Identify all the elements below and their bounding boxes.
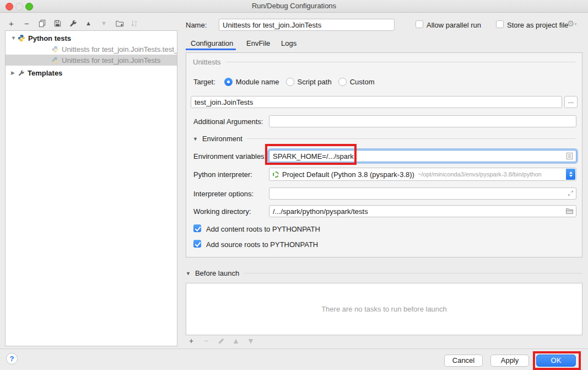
collapse-icon[interactable]: ▼ bbox=[11, 35, 18, 41]
active-tab-indicator bbox=[186, 49, 236, 50]
configurations-toolbar: + − ▲ ▼ az bbox=[7, 19, 139, 28]
cancel-button[interactable]: Cancel bbox=[444, 355, 483, 367]
help-button[interactable]: ? bbox=[6, 353, 18, 364]
add-source-roots-label: Add source roots to PYTHONPATH bbox=[206, 240, 318, 249]
combo-stepper-icon[interactable] bbox=[566, 169, 575, 180]
name-label: Name: bbox=[186, 21, 207, 29]
target-option-script-path[interactable]: Script path bbox=[286, 78, 332, 86]
target-option-module-name[interactable]: Module name bbox=[224, 78, 279, 86]
add-content-roots-checkbox[interactable] bbox=[193, 224, 201, 232]
tree-item-python-tests[interactable]: ▼ Python tests bbox=[6, 33, 177, 44]
collapse-icon[interactable]: ▼ bbox=[193, 136, 198, 142]
footer-divider bbox=[0, 348, 588, 349]
add-task-icon[interactable]: + bbox=[187, 337, 195, 345]
apply-button[interactable]: Apply bbox=[490, 355, 529, 367]
before-launch-empty-text: There are no tasks to run before launch bbox=[321, 305, 447, 313]
add-configuration-icon[interactable]: + bbox=[7, 19, 16, 28]
collapse-icon[interactable]: ▼ bbox=[186, 271, 191, 276]
run-debug-configurations-dialog: Run/Debug Configurations + − ▲ ▼ az ▼ Py bbox=[0, 0, 588, 370]
interpreter-path: ~/opt/miniconda3/envs/pyspark-3.8/bin/py… bbox=[418, 171, 542, 178]
svg-text:z: z bbox=[135, 23, 137, 27]
titlebar: Run/Debug Configurations bbox=[0, 0, 588, 13]
remove-configuration-icon[interactable]: − bbox=[22, 19, 31, 28]
tree-item-label: Python tests bbox=[28, 34, 71, 42]
tree-item-label: Unittests for test_join.JoinTests.test_n… bbox=[62, 45, 177, 53]
environment-variables-label: Environment variables: bbox=[193, 152, 266, 160]
custom-radio[interactable] bbox=[338, 78, 347, 86]
target-label: Target: bbox=[193, 78, 215, 86]
interpreter-options-label: Interpreter options: bbox=[193, 190, 253, 198]
new-folder-icon[interactable] bbox=[115, 19, 124, 28]
unittests-group-header: Unittests bbox=[193, 58, 575, 66]
module-name-radio[interactable] bbox=[224, 78, 233, 86]
name-input[interactable] bbox=[219, 19, 395, 31]
move-down-icon[interactable]: ▼ bbox=[99, 19, 109, 28]
tab-logs[interactable]: Logs bbox=[281, 39, 296, 47]
environment-group-label: Environment bbox=[202, 135, 242, 143]
expand-icon[interactable]: ▶ bbox=[11, 70, 18, 76]
group-divider bbox=[244, 273, 582, 274]
move-up-icon[interactable]: ▲ bbox=[84, 19, 93, 28]
working-directory-label: Working directory: bbox=[193, 207, 251, 216]
tree-item-label: Templates bbox=[28, 69, 62, 77]
remove-task-icon[interactable]: − bbox=[202, 337, 210, 345]
expand-field-icon[interactable] bbox=[567, 190, 574, 197]
copy-configuration-icon[interactable] bbox=[37, 19, 47, 28]
add-content-roots-label: Add content roots to PYTHONPATH bbox=[206, 225, 320, 233]
tab-configuration[interactable]: Configuration bbox=[191, 39, 233, 47]
tree-item-templates[interactable]: ▶ Templates bbox=[6, 67, 177, 78]
edit-templates-icon[interactable] bbox=[68, 19, 78, 28]
move-task-down-icon[interactable]: ▼ bbox=[247, 337, 255, 345]
store-as-project-file-label: Store as project file bbox=[507, 21, 568, 29]
tree-item-unittests-test-narrow[interactable]: Unittests for test_join.JoinTests.test_n… bbox=[6, 44, 177, 55]
environment-group-header[interactable]: ▼ Environment bbox=[193, 135, 575, 143]
ok-button[interactable]: OK bbox=[536, 355, 576, 367]
target-option-custom[interactable]: Custom bbox=[338, 78, 375, 86]
target-row: Target: Module name Script path Custom bbox=[193, 78, 381, 86]
sort-configurations-icon[interactable]: az bbox=[130, 19, 139, 28]
browse-target-button[interactable]: ... bbox=[564, 96, 578, 108]
environment-variables-input[interactable] bbox=[269, 150, 576, 162]
save-configuration-icon[interactable] bbox=[53, 19, 62, 28]
move-task-up-icon[interactable]: ▲ bbox=[232, 337, 240, 345]
gear-icon[interactable]: ⚙▾ bbox=[567, 19, 576, 29]
before-launch-task-list: There are no tasks to run before launch bbox=[186, 283, 582, 335]
folder-icon[interactable] bbox=[565, 207, 574, 215]
before-launch-label: Before launch bbox=[195, 269, 239, 277]
python-run-config-icon bbox=[52, 57, 59, 64]
interpreter-options-input[interactable] bbox=[269, 187, 576, 200]
script-path-label: Script path bbox=[298, 78, 332, 86]
before-launch-group-header[interactable]: ▼ Before launch bbox=[186, 269, 582, 277]
working-directory-input[interactable] bbox=[269, 205, 576, 217]
python-run-config-icon bbox=[52, 46, 59, 53]
interpreter-name: Project Default (Python 3.8 (pyspark-3.8… bbox=[282, 170, 414, 179]
window-title: Run/Debug Configurations bbox=[0, 2, 588, 10]
tab-envfile[interactable]: EnvFile bbox=[246, 39, 270, 47]
configuration-panel: Unittests Target: Module name Script pat… bbox=[186, 52, 582, 258]
before-launch-toolbar: + − ▲ ▼ bbox=[187, 337, 255, 345]
python-icon bbox=[18, 34, 25, 42]
wrench-icon bbox=[18, 69, 25, 77]
group-divider bbox=[247, 138, 575, 139]
additional-arguments-label: Additional Arguments: bbox=[193, 117, 263, 126]
add-source-roots-checkbox[interactable] bbox=[193, 240, 201, 248]
tree-item-label: Unittests for test_join.JoinTests bbox=[62, 56, 160, 65]
allow-parallel-run-label: Allow parallel run bbox=[427, 21, 481, 29]
tree-item-unittests-jointests-selected[interactable]: Unittests for test_join.JoinTests bbox=[6, 55, 177, 66]
edit-variables-icon[interactable] bbox=[566, 152, 573, 160]
python-interpreter-select[interactable]: Project Default (Python 3.8 (pyspark-3.8… bbox=[269, 168, 576, 181]
allow-parallel-run-checkbox[interactable] bbox=[416, 20, 423, 28]
unittests-group-label: Unittests bbox=[193, 58, 221, 66]
custom-label: Custom bbox=[350, 78, 375, 86]
target-input[interactable] bbox=[191, 96, 562, 108]
edit-task-icon[interactable] bbox=[217, 337, 225, 345]
group-divider bbox=[225, 62, 575, 62]
store-as-project-file-checkbox[interactable] bbox=[496, 20, 504, 28]
script-path-radio[interactable] bbox=[286, 78, 294, 86]
additional-arguments-input[interactable] bbox=[269, 115, 576, 127]
python-interpreter-label: Python interpreter: bbox=[193, 170, 252, 179]
conda-env-icon bbox=[273, 171, 279, 178]
configurations-tree: ▼ Python tests Unittests for test_join.J… bbox=[5, 30, 177, 346]
module-name-label: Module name bbox=[236, 78, 279, 86]
